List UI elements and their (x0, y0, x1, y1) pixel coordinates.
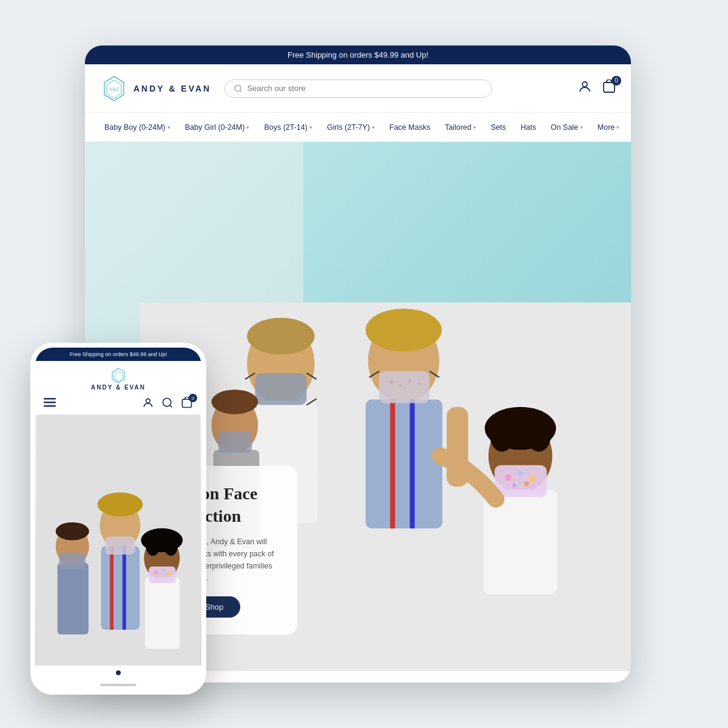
svg-rect-48 (44, 398, 56, 400)
svg-point-74 (167, 571, 171, 575)
chevron-down-icon: ▾ (246, 124, 249, 130)
svg-point-23 (366, 309, 442, 352)
svg-rect-63 (110, 546, 113, 630)
svg-line-4 (240, 90, 241, 92)
svg-point-51 (146, 399, 150, 403)
phone-account-icon (142, 397, 154, 409)
svg-point-72 (154, 571, 158, 575)
nav-item-girls[interactable]: Girls (2T-7Y) ▾ (320, 113, 382, 141)
svg-point-42 (530, 476, 536, 482)
nav-item-tailored[interactable]: Tailored ▾ (437, 113, 484, 141)
hamburger-icon (44, 398, 56, 408)
phone-search-button[interactable] (161, 397, 174, 411)
logo-icon: A&E (99, 74, 129, 103)
phone-device: Free Shipping on orders $49.99 and Up! A… (30, 343, 206, 695)
svg-point-41 (518, 471, 523, 476)
chevron-down-icon: ▾ (473, 124, 476, 130)
svg-marker-47 (114, 371, 123, 382)
svg-point-31 (399, 384, 402, 386)
svg-rect-27 (379, 371, 430, 403)
svg-point-30 (389, 380, 393, 384)
svg-point-3 (234, 85, 240, 91)
svg-rect-58 (58, 563, 89, 635)
svg-line-53 (170, 405, 172, 408)
svg-point-32 (408, 379, 411, 383)
svg-text:A&E: A&E (109, 87, 120, 92)
announcement-bar: Free Shipping on orders $49.99 and Up! (85, 46, 631, 64)
svg-rect-26 (410, 399, 415, 528)
svg-point-69 (164, 534, 178, 556)
phone-carousel-dots (35, 666, 201, 680)
svg-point-33 (418, 382, 420, 385)
svg-point-37 (527, 417, 551, 452)
nav-item-sets[interactable]: Sets (484, 113, 513, 141)
phone-home-indicator (100, 684, 136, 686)
svg-rect-49 (44, 402, 56, 403)
svg-point-36 (490, 417, 514, 452)
cart-button[interactable]: 0 (602, 79, 616, 98)
phone-cart-count: 0 (189, 394, 197, 402)
nav-item-boys[interactable]: Boys (2T-14) ▾ (257, 113, 320, 141)
svg-point-68 (146, 534, 160, 556)
svg-rect-62 (101, 546, 140, 630)
phone-family-illustration (35, 415, 201, 666)
chevron-down-icon: ▾ (372, 124, 375, 130)
announcement-text: Free Shipping on orders $49.99 and Up! (288, 50, 428, 59)
search-bar[interactable] (224, 79, 492, 98)
dot-1 (116, 670, 121, 675)
svg-point-52 (163, 399, 171, 406)
phone-screen: Free Shipping on orders $49.99 and Up! A… (35, 348, 201, 690)
svg-rect-17 (296, 407, 317, 481)
svg-point-5 (582, 82, 587, 87)
search-icon (234, 84, 243, 93)
nav-item-on-sale[interactable]: On Sale ▾ (544, 113, 590, 141)
phone-announcement-text: Free Shipping on orders $49.99 and Up! (70, 351, 167, 357)
phone-hero (35, 415, 201, 666)
svg-point-9 (247, 318, 314, 355)
svg-rect-21 (218, 431, 252, 453)
svg-rect-64 (123, 546, 126, 630)
phone-menu-button[interactable] (44, 398, 56, 410)
nav-item-more[interactable]: More ▾ (590, 113, 627, 141)
phone-logo-icon (110, 367, 127, 384)
phone-account-button[interactable] (142, 397, 154, 411)
account-button[interactable] (578, 79, 592, 98)
svg-point-43 (513, 484, 516, 487)
header-icons: 0 (492, 79, 617, 98)
phone-cart-button[interactable]: 0 (181, 397, 193, 411)
svg-rect-65 (105, 537, 135, 555)
phone-nav-bar: 0 (35, 393, 201, 415)
svg-point-61 (98, 493, 143, 516)
nav-item-face-masks[interactable]: Face Masks (382, 113, 437, 141)
chevron-down-icon: ▾ (616, 124, 619, 130)
svg-point-40 (505, 474, 511, 480)
chevron-down-icon: ▾ (580, 124, 583, 130)
svg-rect-71 (149, 567, 175, 584)
nav-item-baby-boy[interactable]: Baby Boy (0-24M) ▾ (97, 113, 178, 141)
phone-announcement-bar: Free Shipping on orders $49.99 and Up! (35, 348, 201, 361)
svg-rect-50 (44, 405, 56, 407)
chevron-down-icon: ▾ (167, 124, 170, 130)
phone-right-icons: 0 (142, 397, 193, 411)
svg-rect-11 (255, 373, 306, 405)
svg-rect-25 (390, 399, 395, 528)
nav-item-baby-girl[interactable]: Baby Girl (0-24M) ▾ (178, 113, 257, 141)
svg-point-19 (211, 389, 258, 414)
nav-item-hats[interactable]: Hats (513, 113, 544, 141)
svg-rect-24 (366, 399, 443, 528)
svg-rect-39 (494, 465, 547, 497)
phone-header: ANDY & EVAN (35, 361, 201, 393)
header: A&E ANDY & EVAN (85, 64, 631, 113)
svg-point-57 (56, 522, 89, 541)
cart-count: 0 (612, 76, 621, 86)
account-icon (578, 79, 592, 94)
main-nav: Baby Boy (0-24M) ▾ Baby Girl (0-24M) ▾ B… (85, 113, 631, 142)
phone-logo-text: ANDY & EVAN (91, 384, 146, 391)
logo-area: A&E ANDY & EVAN (99, 74, 224, 103)
chevron-down-icon: ▾ (309, 124, 312, 130)
svg-rect-70 (145, 577, 180, 649)
search-input[interactable] (248, 84, 483, 93)
svg-rect-59 (59, 553, 86, 569)
logo-text: ANDY & EVAN (133, 84, 211, 93)
scene: Free Shipping on orders $49.99 and Up! A… (0, 0, 728, 728)
